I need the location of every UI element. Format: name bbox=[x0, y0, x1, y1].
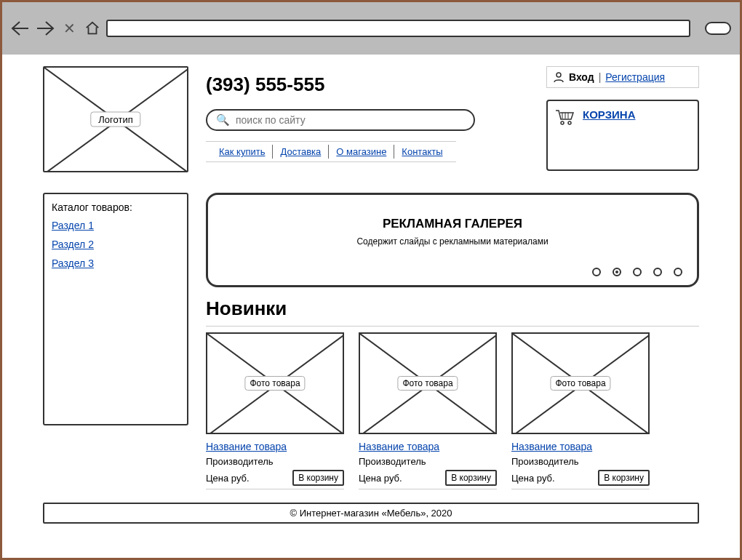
product-maker-2: Производитель bbox=[511, 456, 650, 467]
logo-label: Логотип bbox=[90, 112, 140, 127]
product-photo-0[interactable]: Фото товара bbox=[206, 332, 344, 434]
catalog-item-2[interactable]: Раздел 3 bbox=[52, 257, 94, 269]
photo-label-0: Фото товара bbox=[244, 376, 305, 391]
catalog-sidebar: Каталог товаров: Раздел 1 Раздел 2 Разде… bbox=[43, 193, 188, 425]
register-link[interactable]: Регистрация bbox=[605, 71, 665, 83]
product-price-0: Цена руб. bbox=[206, 473, 250, 484]
gallery-subtitle: Содержит слайды с рекламными материалами bbox=[208, 236, 697, 247]
catalog-item-0[interactable]: Раздел 1 bbox=[52, 220, 94, 231]
login-bar: Вход | Регистрация bbox=[546, 66, 699, 88]
add-to-cart-2[interactable]: В корзину bbox=[598, 470, 650, 486]
search-input[interactable] bbox=[236, 114, 465, 126]
product-photo-1[interactable]: Фото товара bbox=[359, 332, 497, 434]
add-to-cart-0[interactable]: В корзину bbox=[292, 470, 344, 486]
forward-icon[interactable] bbox=[36, 20, 55, 36]
new-products-section: Новинки Фото товара Название товара Прои… bbox=[206, 297, 699, 489]
product-price-1: Цена руб. bbox=[359, 473, 402, 484]
browser-pill[interactable] bbox=[705, 22, 731, 35]
nav-link-3[interactable]: Контакты bbox=[394, 145, 450, 159]
product-maker-1: Производитель bbox=[359, 456, 497, 467]
cart-link[interactable]: КОРЗИНА bbox=[583, 108, 635, 121]
add-to-cart-1[interactable]: В корзину bbox=[445, 470, 497, 486]
nav-link-1[interactable]: Доставка bbox=[273, 145, 329, 159]
photo-label-1: Фото товара bbox=[397, 376, 458, 391]
header-nav: Как купить Доставка О магазине Контакты bbox=[206, 141, 456, 162]
catalog-title: Каталог товаров: bbox=[52, 201, 180, 213]
stop-icon[interactable]: ✕ bbox=[60, 20, 79, 37]
footer: © Интернет-магазин «Мебель», 2020 bbox=[43, 503, 699, 524]
gallery-dot-2[interactable] bbox=[633, 268, 642, 276]
phone-number: (393) 555-555 bbox=[206, 73, 529, 96]
browser-toolbar: ✕ bbox=[2, 2, 740, 55]
promo-gallery: РЕКЛАМНАЯ ГАЛЕРЕЯ Содержит слайды с рекл… bbox=[206, 193, 699, 287]
svg-point-4 bbox=[568, 121, 571, 124]
gallery-title: РЕКЛАМНАЯ ГАЛЕРЕЯ bbox=[208, 217, 697, 231]
home-icon[interactable] bbox=[84, 20, 100, 36]
product-price-2: Цена руб. bbox=[511, 473, 555, 484]
nav-link-2[interactable]: О магазине bbox=[329, 145, 394, 159]
cart-icon bbox=[555, 108, 575, 126]
nav-link-0[interactable]: Как купить bbox=[212, 145, 273, 159]
new-products-heading: Новинки bbox=[206, 297, 699, 320]
catalog-item-1[interactable]: Раздел 2 bbox=[52, 239, 94, 250]
back-icon[interactable] bbox=[11, 20, 30, 36]
gallery-dot-4[interactable] bbox=[674, 268, 682, 276]
product-photo-2[interactable]: Фото товара bbox=[511, 332, 650, 434]
product-title-0[interactable]: Название товара bbox=[206, 441, 287, 452]
product-card-0: Фото товара Название товара Производител… bbox=[206, 332, 344, 489]
gallery-dot-3[interactable] bbox=[653, 268, 662, 276]
gallery-dots bbox=[592, 268, 682, 276]
url-bar[interactable] bbox=[106, 20, 690, 37]
logo-image-placeholder: Логотип bbox=[43, 66, 188, 172]
product-card-1: Фото товара Название товара Производител… bbox=[359, 332, 497, 489]
gallery-dot-0[interactable] bbox=[592, 268, 601, 276]
search-box[interactable]: 🔍 bbox=[206, 109, 475, 131]
product-maker-0: Производитель bbox=[206, 456, 344, 467]
product-title-1[interactable]: Название товара bbox=[359, 441, 439, 452]
gallery-dot-1[interactable] bbox=[613, 268, 621, 276]
cart-box[interactable]: КОРЗИНА bbox=[546, 100, 699, 171]
search-icon: 🔍 bbox=[216, 113, 230, 127]
photo-label-2: Фото товара bbox=[550, 376, 610, 391]
svg-point-3 bbox=[561, 121, 564, 124]
product-card-2: Фото товара Название товара Производител… bbox=[511, 332, 650, 489]
user-icon bbox=[553, 71, 565, 83]
svg-point-2 bbox=[556, 73, 561, 77]
product-title-2[interactable]: Название товара bbox=[511, 441, 592, 452]
login-link[interactable]: Вход bbox=[569, 71, 594, 83]
